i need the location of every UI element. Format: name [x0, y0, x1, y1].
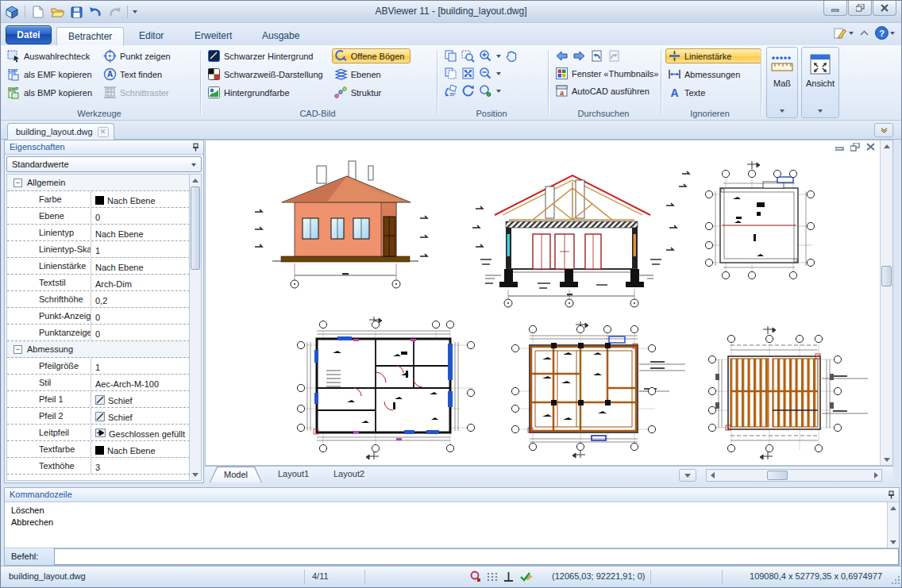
command-panel-header[interactable]: Kommandozeile [5, 488, 899, 502]
restore-button[interactable] [848, 1, 872, 16]
property-row[interactable]: Pfeil 1Schief [7, 391, 190, 408]
punkt-zeigen-button[interactable]: Punkt zeigen [103, 49, 171, 63]
tab-layout1[interactable]: Layout1 [278, 469, 309, 478]
minimize-ribbon-icon[interactable] [860, 29, 869, 38]
ebenen-button[interactable]: Ebenen [334, 67, 405, 81]
pin-icon[interactable] [192, 143, 199, 153]
scrollbar-thumb[interactable] [767, 471, 788, 480]
scroll-right-icon[interactable] [870, 470, 881, 481]
property-row[interactable]: LinienstärkeNach Ebene [7, 258, 190, 275]
zoom-out-icon[interactable] [479, 67, 492, 80]
scroll-down-icon[interactable] [889, 536, 898, 548]
abmessungen-button[interactable]: Abmessungen [668, 67, 755, 81]
zoom-selection-icon[interactable] [479, 84, 492, 98]
back-arrow-icon[interactable] [555, 49, 569, 63]
pan-hand-icon[interactable] [505, 49, 518, 63]
offene-boegen-toggle[interactable]: Offene Bögen [332, 48, 411, 63]
ansicht-button[interactable]: Ansicht [801, 47, 839, 118]
emf-kopieren-button[interactable]: EMF als EMF kopieren [7, 67, 92, 81]
fenster-thumbnails-button[interactable]: Fenster «Thumbnails» [555, 67, 655, 80]
move-pages-icon[interactable] [444, 49, 457, 63]
schwarzer-hintergrund-button[interactable]: Schwarzer Hintergrund [207, 49, 323, 63]
osnap-toggle-icon[interactable] [519, 571, 532, 582]
zoom-in-icon[interactable] [479, 49, 492, 63]
auswahlrechteck-button[interactable]: Auswahlrechteck [7, 49, 92, 63]
drawing-canvas[interactable] [205, 140, 893, 466]
close-document-icon[interactable]: ✕ [98, 127, 109, 137]
scroll-up-icon[interactable] [191, 175, 200, 186]
property-row[interactable]: LeitpfeilGeschlossen gefüllt [7, 425, 190, 441]
preset-dropdown[interactable]: Standardwerte [6, 156, 202, 172]
canvas-vertical-scrollbar[interactable] [880, 140, 892, 465]
schnittraster-button[interactable]: Schnittraster [103, 86, 171, 99]
resize-grip[interactable] [890, 576, 900, 586]
pin-icon[interactable] [888, 490, 895, 501]
scroll-up-icon[interactable] [881, 140, 892, 152]
hintergrundfarbe-button[interactable]: Hintergrundfarbe [207, 86, 323, 99]
property-row[interactable]: LinientypNach Ebene [7, 225, 190, 241]
minimize-button[interactable] [823, 1, 847, 16]
property-row[interactable]: Pfeilgröße1 [7, 358, 190, 375]
status-page-indicator[interactable]: 4/11 [306, 569, 335, 583]
mdi-restore-icon[interactable] [850, 143, 860, 153]
tab-editor[interactable]: Editor [128, 27, 175, 45]
mass-button[interactable]: Maß [766, 47, 798, 118]
schwarzweiss-darstellung-button[interactable]: Schwarzweiß-Darstellung [207, 67, 323, 81]
zoom-out-dropdown-icon[interactable] [496, 72, 501, 75]
scrollbar-thumb[interactable] [881, 266, 892, 286]
autocad-ausfuehren-button[interactable]: a AutoCAD ausführen [555, 84, 655, 98]
mdi-close-icon[interactable] [866, 143, 875, 153]
property-row[interactable]: Schrifthöhe0,2 [7, 291, 190, 308]
struktur-button[interactable]: Struktur [334, 86, 405, 99]
close-button[interactable] [873, 1, 896, 16]
zoom-selection-dropdown-icon[interactable] [496, 90, 501, 93]
file-menu-button[interactable]: Datei [6, 25, 52, 44]
properties-scrollbar[interactable] [189, 174, 202, 481]
snap-mode-icon[interactable] [469, 571, 481, 582]
property-row[interactable]: Punkt-Anzeig0 [7, 308, 190, 325]
scroll-down-icon[interactable] [191, 469, 200, 480]
mass-dropdown-icon[interactable] [780, 110, 784, 113]
layout-list-chevron-button[interactable] [679, 469, 696, 482]
grid-toggle-icon[interactable] [487, 571, 498, 582]
tab-layout2[interactable]: Layout2 [333, 469, 364, 478]
property-row[interactable]: Punktanzeige0 [7, 325, 190, 341]
property-row[interactable]: Linientyp-Ska1 [7, 241, 190, 258]
page-back-icon[interactable] [590, 49, 603, 63]
style-pen-icon[interactable] [834, 27, 854, 40]
property-section-header[interactable]: −Allgemein [7, 175, 190, 191]
properties-header[interactable]: Eigenschaften [5, 140, 203, 155]
tab-ausgabe[interactable]: Ausgabe [251, 27, 310, 45]
text-finden-button[interactable]: A Text finden [103, 67, 171, 81]
tab-list-chevron-button[interactable] [874, 123, 893, 137]
collapse-minus-icon[interactable]: − [13, 179, 22, 187]
command-input[interactable] [54, 548, 899, 565]
tab-model[interactable]: Model [210, 467, 262, 482]
canvas-horizontal-scrollbar[interactable] [706, 469, 882, 482]
property-row[interactable]: TextfarbeNach Ebene [7, 441, 190, 458]
property-row[interactable]: FarbeNach Ebene [7, 191, 190, 208]
property-row[interactable]: TextstilArch-Dim [7, 275, 190, 291]
help-icon[interactable]: ? [875, 26, 895, 40]
copy-view-icon[interactable] [444, 67, 457, 80]
property-row[interactable]: Ebene0 [7, 208, 190, 225]
bmp-kopieren-button[interactable]: BMP als BMP kopieren [7, 86, 92, 99]
ansicht-dropdown-icon[interactable] [818, 110, 823, 113]
texte-button[interactable]: A Texte [668, 86, 755, 99]
tab-erweitert[interactable]: Erweitert [183, 27, 243, 45]
scroll-left-icon[interactable] [707, 470, 718, 481]
property-row[interactable]: Pfeil 2Schief [7, 408, 190, 425]
property-row[interactable]: Texthöhe3 [7, 458, 190, 475]
zoom-in-dropdown-icon[interactable] [496, 55, 501, 58]
refresh-icon[interactable] [461, 84, 475, 98]
ortho-mode-icon[interactable] [503, 571, 514, 582]
linienstaerke-toggle[interactable]: Linienstärke [665, 48, 761, 63]
scroll-up-icon[interactable] [889, 502, 898, 513]
scroll-down-icon[interactable] [881, 454, 892, 465]
scrollbar-thumb[interactable] [191, 186, 200, 270]
fit-to-window-icon[interactable] [461, 67, 475, 80]
forward-arrow-icon[interactable] [572, 49, 586, 63]
command-history[interactable]: LöschenAbbrechen [5, 502, 886, 548]
property-section-header[interactable]: −Abmessung [7, 341, 190, 358]
zoom-window-icon[interactable] [461, 49, 475, 63]
